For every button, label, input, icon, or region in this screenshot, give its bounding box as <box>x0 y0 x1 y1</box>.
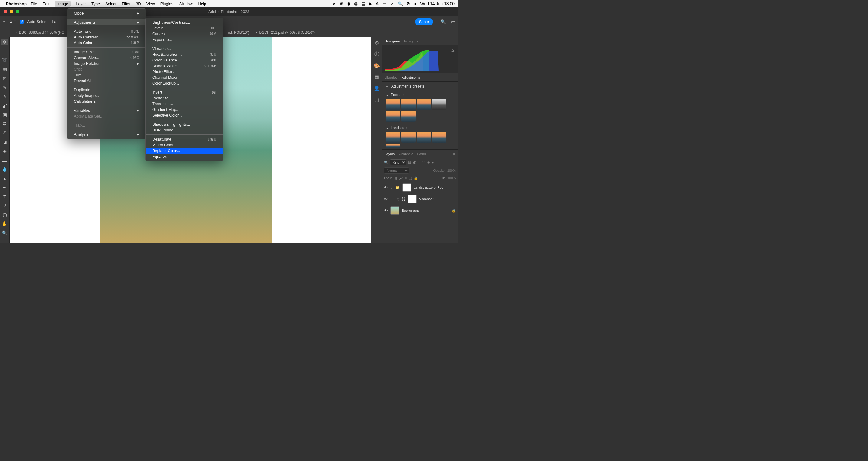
menu-item-mode[interactable]: Mode▶ <box>67 10 146 16</box>
layer-name[interactable]: Background <box>402 209 420 212</box>
move-tool[interactable]: ✥ <box>1 39 8 46</box>
layer-name[interactable]: Landscap...olor Pop <box>414 186 443 189</box>
filter-pixel-icon[interactable]: ▦ <box>408 160 411 165</box>
preset-thumb[interactable] <box>386 99 400 110</box>
dodge-tool[interactable]: ▲ <box>1 175 8 182</box>
menu-plugins[interactable]: Plugins <box>160 1 174 6</box>
tab-paths[interactable]: Paths <box>417 152 426 156</box>
menu-layer[interactable]: Layer <box>76 1 86 6</box>
preset-thumb[interactable] <box>401 111 415 122</box>
document-tab[interactable]: × DSCF7251.psd @ 50% (RGB/16*) <box>252 30 318 34</box>
visibility-icon[interactable]: 👁 <box>384 197 388 201</box>
layer-row[interactable]: 👁 ▽ ⛓ Vibrance 1 <box>382 193 458 205</box>
menu-item-calculations[interactable]: Calculations... <box>67 98 146 104</box>
clone-stamp-tool[interactable]: ✪ <box>1 120 8 127</box>
type-tool[interactable]: T <box>1 193 8 200</box>
status-icon[interactable]: ▤ <box>361 1 365 6</box>
menu-item-photo-filter[interactable]: Photo Filter... <box>146 69 223 75</box>
shape-tool[interactable]: ▢ <box>1 211 8 218</box>
move-tool-icon[interactable]: ✥ ˅ <box>9 19 16 24</box>
filter-shape-icon[interactable]: ▢ <box>422 160 425 165</box>
paint-bucket-tool[interactable]: ◈ <box>1 148 8 154</box>
clock[interactable]: Wed 14 Jun 13.00 <box>421 1 455 6</box>
menu-item-posterize[interactable]: Posterize... <box>146 95 223 101</box>
visibility-icon[interactable]: 👁 <box>384 208 388 213</box>
blur-tool[interactable]: 💧 <box>1 166 8 173</box>
adjustments-presets-header[interactable]: ← Adjustments presets <box>382 82 458 91</box>
chevron-down-icon[interactable]: ⌄ <box>391 186 393 189</box>
tab-libraries[interactable]: Libraries <box>385 76 397 79</box>
menu-file[interactable]: File <box>31 1 37 6</box>
status-icon[interactable]: ▶ <box>369 1 372 6</box>
crop-tool[interactable]: ⊡ <box>1 75 8 82</box>
hand-tool[interactable]: ✋ <box>1 221 8 227</box>
layer-thumbnail[interactable] <box>408 195 417 203</box>
lock-artboard-icon[interactable]: ▢ <box>409 176 412 180</box>
home-icon[interactable]: ⌂ <box>2 19 5 25</box>
menu-edit[interactable]: Edit <box>43 1 49 6</box>
lock-transparency-icon[interactable]: ▦ <box>394 176 397 180</box>
menu-item-levels[interactable]: Levels...⌘L <box>146 25 223 31</box>
visibility-icon[interactable]: 👁 <box>384 185 388 190</box>
tab-layers[interactable]: Layers <box>385 152 395 156</box>
menu-item-hdr-toning[interactable]: HDR Toning... <box>146 127 223 133</box>
menu-item-color-balance[interactable]: Color Balance...⌘B <box>146 57 223 63</box>
status-icon[interactable]: ➤ <box>332 1 336 6</box>
fill-value[interactable]: 100% <box>447 176 456 180</box>
menu-window[interactable]: Window <box>179 1 192 6</box>
preset-thumb[interactable] <box>432 99 446 110</box>
blend-mode-dropdown[interactable]: Normal <box>384 168 409 174</box>
menu-item-brightness-contrast[interactable]: Brightness/Contrast... <box>146 19 223 25</box>
menu-item-auto-contrast[interactable]: Auto Contrast⌥⇧⌘L <box>67 34 146 40</box>
menu-item-shadows-highlights[interactable]: Shadows/Highlights... <box>146 121 223 127</box>
preset-thumb[interactable] <box>432 132 446 143</box>
marquee-tool[interactable]: ⬚ <box>1 48 8 55</box>
close-button[interactable] <box>4 10 7 13</box>
preset-thumb[interactable] <box>401 132 415 143</box>
panel-icon[interactable]: 🎨 <box>374 63 380 69</box>
filter-toggle-icon[interactable]: ● <box>432 160 434 165</box>
filter-adjust-icon[interactable]: ◐ <box>413 160 416 165</box>
panel-icon[interactable]: ⬚ <box>374 97 379 103</box>
layer-name[interactable]: Vibrance 1 <box>419 197 435 201</box>
panel-icon[interactable]: ▦ <box>374 74 379 80</box>
tab-channels[interactable]: Channels <box>399 152 413 156</box>
menu-item-auto-color[interactable]: Auto Color⇧⌘B <box>67 40 146 46</box>
zoom-tool[interactable]: 🔍 <box>1 230 8 236</box>
menu-item-desaturate[interactable]: Desaturate⇧⌘U <box>146 136 223 142</box>
opacity-value[interactable]: 100% <box>447 169 456 172</box>
preset-thumb[interactable] <box>417 99 431 110</box>
filter-smart-icon[interactable]: ◈ <box>427 160 430 165</box>
tab-navigator[interactable]: Navigator <box>404 39 418 43</box>
menu-item-adjustments[interactable]: Adjustments▶ <box>67 19 146 25</box>
pen-tool[interactable]: ✒ <box>1 184 8 191</box>
layer-thumbnail[interactable] <box>402 183 411 192</box>
panel-icon[interactable]: ⓘ <box>374 51 379 58</box>
menu-item-color-lookup[interactable]: Color Lookup... <box>146 80 223 86</box>
menu-item-equalize[interactable]: Equalize <box>146 153 223 159</box>
menu-item-channel-mixer[interactable]: Channel Mixer... <box>146 75 223 80</box>
app-name[interactable]: Photoshop <box>6 1 27 6</box>
menu-item-replace-color[interactable]: Replace Color... <box>146 148 223 153</box>
tab-adjustments[interactable]: Adjustments <box>402 76 420 79</box>
layer-thumbnail[interactable] <box>391 206 400 215</box>
menu-view[interactable]: View <box>147 1 155 6</box>
status-icon[interactable]: ◉ <box>347 1 350 6</box>
preset-thumb[interactable] <box>386 111 400 122</box>
maximize-button[interactable] <box>16 10 19 13</box>
lock-position-icon[interactable]: ✥ <box>404 176 407 180</box>
search-icon[interactable]: 🔍 <box>440 19 446 25</box>
battery-icon[interactable]: ▭ <box>382 1 386 6</box>
menu-item-duplicate[interactable]: Duplicate... <box>67 87 146 93</box>
menu-item-match-color[interactable]: Match Color... <box>146 142 223 148</box>
menu-item-selective-color[interactable]: Selective Color... <box>146 112 223 118</box>
menu-item-image-rotation[interactable]: Image Rotation▶ <box>67 61 146 66</box>
panel-menu-icon[interactable]: ≡ <box>453 76 455 79</box>
lock-icon[interactable]: 🔒 <box>452 209 456 213</box>
layer-row[interactable]: 👁 ⌄ 📁 Landscap...olor Pop <box>382 182 458 193</box>
brush-tool[interactable]: 🖌 <box>1 103 8 109</box>
layer-kind-dropdown[interactable]: Kind <box>390 159 406 165</box>
lasso-tool[interactable]: ➰ <box>1 57 8 64</box>
menu-item-canvas-size[interactable]: Canvas Size...⌥⌘C <box>67 55 146 61</box>
panel-menu-icon[interactable]: ≡ <box>453 39 455 43</box>
